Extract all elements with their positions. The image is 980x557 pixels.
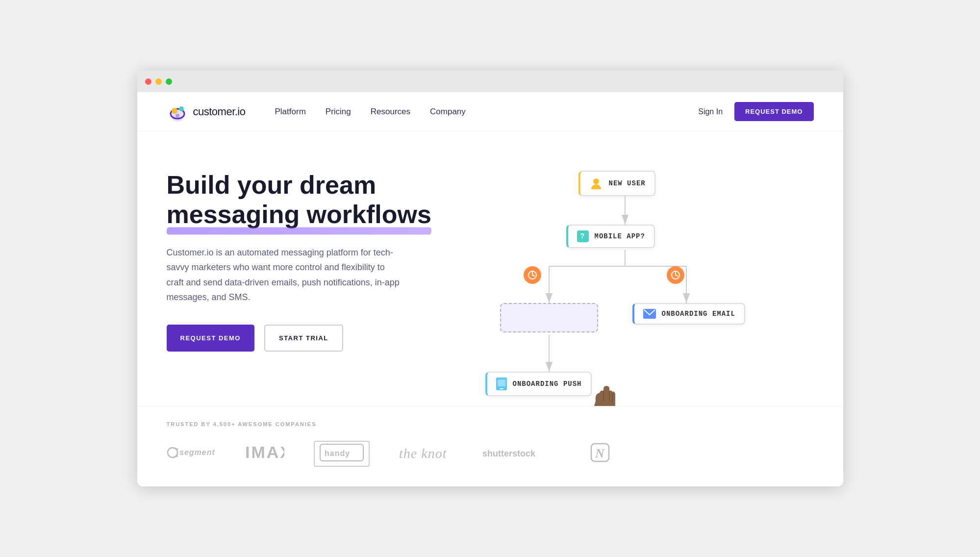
shutterstock-logo: shutterstock	[482, 444, 561, 464]
svg-point-12	[593, 178, 599, 184]
theknot-logo: the knot	[399, 442, 453, 465]
envelope-icon	[643, 309, 656, 319]
svg-line-15	[532, 275, 534, 276]
browser-chrome	[137, 71, 843, 92]
logo[interactable]: customer.io	[167, 101, 246, 123]
nav-resources[interactable]: Resources	[371, 107, 410, 117]
hero-heading: Build your dream messaging workflows	[167, 171, 441, 229]
imax-logo-svg: IMAX	[245, 443, 284, 461]
segment-logo: segment	[167, 445, 216, 462]
trusted-label: TRUSTED BY 4,500+ AWESOME COMPANIES	[167, 421, 814, 427]
svg-text:shutterstock: shutterstock	[482, 449, 536, 458]
timer-right	[667, 266, 684, 284]
start-trial-button[interactable]: START TRIAL	[264, 325, 343, 352]
timer-icon-left	[528, 270, 537, 280]
question-icon: ?	[577, 230, 589, 242]
hero-buttons: REQUEST DEMO START TRIAL	[167, 325, 441, 352]
segment-logo-svg: segment	[167, 445, 216, 460]
hero-section: Build your dream messaging workflows Cus…	[137, 131, 843, 406]
pointing-hand	[586, 384, 625, 406]
nav-pricing[interactable]: Pricing	[326, 107, 351, 117]
hand-cursor-icon	[586, 384, 625, 406]
nav-company[interactable]: Company	[430, 107, 466, 117]
svg-point-3	[179, 106, 184, 111]
theknot-logo-svg: the knot	[399, 442, 453, 462]
workflow-onboarding-push: ONBOARDING PUSH	[485, 372, 592, 396]
workflow-onboarding-email: ONBOARDING EMAIL	[632, 303, 745, 325]
svg-point-2	[172, 108, 177, 114]
shutterstock-logo-svg: shutterstock	[482, 444, 561, 461]
workflow-new-user: NEW USER	[578, 171, 655, 196]
trusted-section: TRUSTED BY 4,500+ AWESOME COMPANIES segm…	[137, 406, 843, 486]
timer-icon-right	[671, 270, 680, 280]
nav-links: Platform Pricing Resources Company	[275, 107, 699, 117]
hero-right: NEW USER ? MOBILE APP?	[441, 161, 814, 386]
mobile-icon	[496, 378, 507, 390]
svg-text:N: N	[595, 446, 605, 460]
user-icon	[589, 177, 603, 190]
svg-rect-21	[500, 388, 503, 389]
workflow-mobile-app: ? MOBILE APP?	[566, 225, 655, 248]
handy-logo-svg: handy	[320, 444, 364, 461]
svg-line-25	[173, 456, 177, 457]
workflow-empty-box	[500, 303, 598, 332]
hero-heading-line1: Build your dream	[167, 171, 377, 199]
browser-window: customer.io Platform Pricing Resources C…	[137, 71, 843, 486]
navigation: customer.io Platform Pricing Resources C…	[137, 92, 843, 131]
svg-text:the knot: the knot	[399, 446, 447, 461]
imax-logo: IMAX	[245, 443, 284, 465]
nav-right: Sign In REQUEST DEMO	[698, 102, 813, 121]
close-dot[interactable]	[145, 78, 151, 85]
handy-logo: handy	[314, 441, 370, 467]
hero-subtext: Customer.io is an automated messaging pl…	[167, 245, 402, 305]
mobile-app-label: MOBILE APP?	[595, 232, 645, 240]
notion-logo: N	[590, 443, 610, 465]
push-icon	[496, 378, 507, 390]
hero-heading-line2: messaging workflows	[167, 200, 431, 229]
request-demo-button[interactable]: REQUEST DEMO	[167, 325, 254, 352]
svg-point-4	[176, 114, 179, 118]
logo-text: customer.io	[193, 105, 246, 118]
sign-in-link[interactable]: Sign In	[698, 107, 723, 116]
nav-platform[interactable]: Platform	[275, 107, 306, 117]
onboarding-push-label: ONBOARDING PUSH	[513, 380, 582, 388]
fullscreen-dot[interactable]	[166, 78, 172, 85]
workflow-lines	[480, 161, 794, 406]
svg-line-24	[173, 448, 177, 449]
workflow-diagram: NEW USER ? MOBILE APP?	[480, 161, 794, 406]
company-logos: segment IMAX handy the knot	[167, 441, 814, 467]
svg-rect-22	[498, 380, 505, 386]
hero-left: Build your dream messaging workflows Cus…	[167, 161, 441, 386]
page-content: customer.io Platform Pricing Resources C…	[137, 92, 843, 486]
request-demo-nav-button[interactable]: REQUEST DEMO	[734, 102, 813, 121]
onboarding-email-label: ONBOARDING EMAIL	[662, 310, 735, 318]
svg-text:handy: handy	[325, 449, 350, 457]
svg-text:IMAX: IMAX	[245, 443, 284, 461]
email-icon	[643, 309, 656, 319]
new-user-label: NEW USER	[609, 179, 646, 187]
logo-icon	[167, 101, 188, 123]
svg-text:segment: segment	[179, 448, 215, 456]
underline-decoration	[166, 227, 431, 234]
timer-left	[524, 266, 541, 284]
notion-logo-svg: N	[590, 443, 610, 462]
svg-line-18	[676, 275, 678, 276]
minimize-dot[interactable]	[155, 78, 162, 85]
